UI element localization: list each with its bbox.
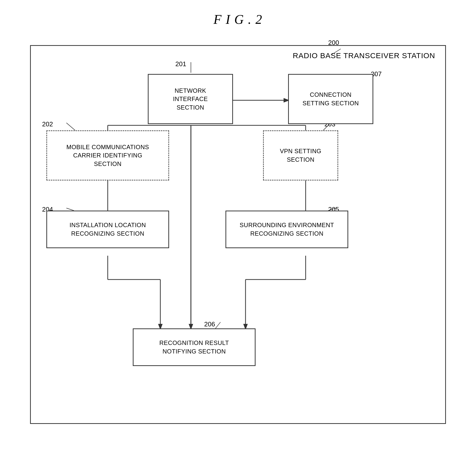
- figure-title: F I G . 2: [213, 12, 263, 27]
- installation-location-box: INSTALLATION LOCATION RECOGNIZING SECTIO…: [46, 211, 169, 248]
- ref-201: 201: [175, 60, 186, 68]
- connection-setting-box: CONNECTION SETTING SECTION: [288, 74, 373, 124]
- vpn-setting-box: VPN SETTING SECTION: [263, 130, 338, 180]
- network-interface-box: NETWORK INTERFACE SECTION: [148, 74, 233, 124]
- station-label: RADIO BASE TRANSCEIVER STATION: [293, 51, 435, 60]
- recognition-result-box: RECOGNITION RESULT NOTIFYING SECTION: [133, 328, 256, 366]
- ref-202: 202: [42, 120, 53, 128]
- mobile-comms-box: MOBILE COMMUNICATIONS CARRIER IDENTIFYIN…: [46, 130, 169, 180]
- ref-206: 206: [204, 320, 215, 328]
- surrounding-env-box: SURROUNDING ENVIRONMENT RECOGNIZING SECT…: [225, 211, 348, 248]
